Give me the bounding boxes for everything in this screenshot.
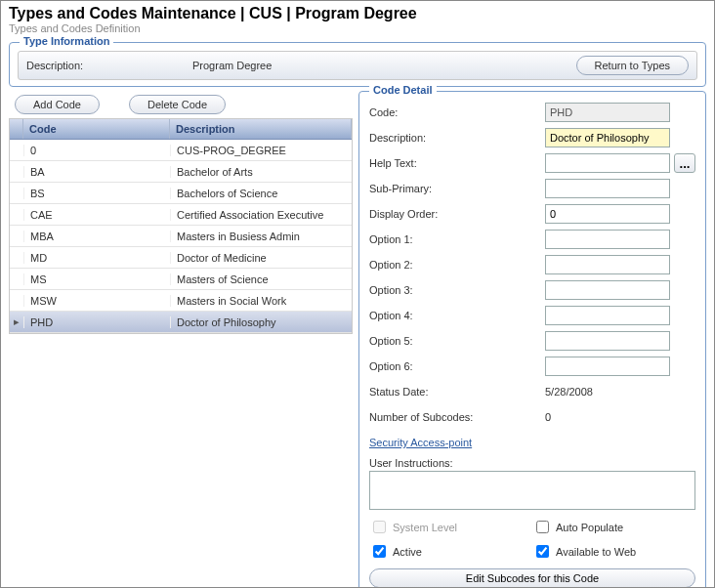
option2-label: Option 2: — [369, 259, 545, 271]
row-code: MS — [23, 273, 170, 285]
grid-header-description[interactable]: Description — [170, 119, 352, 139]
row-description: Doctor of Philosophy — [170, 316, 352, 328]
option3-label: Option 3: — [369, 284, 545, 296]
row-description: Bachelors of Science — [170, 188, 352, 199]
available-to-web-label: Available to Web — [556, 546, 636, 558]
table-row[interactable]: 0CUS-PROG_DEGREE — [10, 140, 352, 161]
option4-field[interactable] — [545, 306, 670, 325]
sub-primary-field[interactable] — [545, 179, 670, 198]
code-field — [545, 103, 670, 122]
system-level-label: System Level — [393, 522, 457, 533]
edit-subcodes-button[interactable]: Edit Subcodes for this Code — [369, 568, 695, 588]
table-row[interactable]: BSBachelors of Science — [10, 183, 352, 204]
row-code: BS — [23, 188, 170, 199]
table-row[interactable]: MSWMasters in Social Work — [10, 290, 352, 312]
help-text-field[interactable] — [545, 153, 670, 173]
description-field[interactable] — [545, 128, 670, 147]
row-description: Masters in Busiess Admin — [170, 231, 352, 242]
active-checkbox[interactable] — [373, 545, 386, 558]
security-access-point-link[interactable]: Security Access-point — [369, 437, 472, 448]
type-information-panel: Type Information Description: Program De… — [9, 42, 706, 87]
row-description: Bachelor of Arts — [170, 166, 352, 178]
code-detail-panel: Code Detail Code: Description: Help Text… — [358, 91, 706, 588]
user-instructions-label: User Instructions: — [369, 457, 695, 469]
row-description: Masters of Science — [170, 273, 352, 285]
status-date-value: 5/28/2008 — [545, 386, 593, 398]
table-row[interactable]: MSMasters of Science — [10, 269, 352, 290]
page-title: Types and Codes Maintenance | CUS | Prog… — [9, 5, 706, 22]
row-code: MSW — [23, 295, 170, 307]
row-code: BA — [23, 166, 170, 178]
table-row[interactable]: MBAMasters in Busiess Admin — [10, 226, 352, 247]
display-order-label: Display Order: — [369, 208, 545, 220]
code-label: Code: — [369, 106, 545, 118]
option5-field[interactable] — [545, 331, 670, 351]
description-label-detail: Description: — [369, 132, 545, 144]
row-code: MBA — [23, 231, 170, 242]
delete-code-button[interactable]: Delete Code — [129, 95, 226, 114]
option4-label: Option 4: — [369, 310, 545, 321]
grid-header-code[interactable]: Code — [23, 119, 170, 139]
system-level-checkbox — [373, 521, 386, 533]
table-row[interactable]: CAECertified Association Executive — [10, 204, 352, 226]
row-indicator-icon: ▸ — [10, 315, 23, 328]
row-description: CUS-PROG_DEGREE — [170, 145, 352, 156]
available-to-web-checkbox[interactable] — [536, 545, 549, 558]
grid-header-arrow — [10, 119, 23, 139]
option1-field[interactable] — [545, 230, 670, 249]
table-row[interactable]: MDDoctor of Medicine — [10, 247, 352, 269]
option2-field[interactable] — [545, 255, 670, 274]
type-info-legend: Type Information — [20, 35, 113, 47]
row-code: MD — [23, 252, 170, 264]
table-row[interactable]: BABachelor of Arts — [10, 161, 352, 183]
num-subcodes-label: Number of Subcodes: — [369, 411, 545, 423]
option6-field[interactable] — [545, 357, 670, 376]
row-description: Masters in Social Work — [170, 295, 352, 307]
return-to-types-button[interactable]: Return to Types — [576, 56, 689, 75]
display-order-field[interactable] — [545, 204, 670, 224]
option3-field[interactable] — [545, 280, 670, 300]
add-code-button[interactable]: Add Code — [15, 95, 100, 114]
help-text-browse-button[interactable]: ... — [674, 153, 695, 173]
status-date-label: Status Date: — [369, 386, 545, 398]
description-label: Description: — [26, 60, 192, 71]
auto-populate-label: Auto Populate — [556, 522, 623, 533]
option6-label: Option 6: — [369, 360, 545, 372]
row-description: Doctor of Medicine — [170, 252, 352, 264]
option1-label: Option 1: — [369, 233, 545, 245]
help-text-label: Help Text: — [369, 157, 545, 169]
num-subcodes-value: 0 — [545, 411, 551, 423]
sub-primary-label: Sub-Primary: — [369, 183, 545, 194]
code-detail-legend: Code Detail — [369, 84, 437, 96]
user-instructions-field[interactable] — [369, 471, 695, 510]
page-subtitle: Types and Codes Definition — [9, 22, 706, 34]
row-description: Certified Association Executive — [170, 209, 352, 221]
auto-populate-checkbox[interactable] — [536, 521, 549, 533]
row-code: PHD — [23, 316, 170, 328]
row-code: CAE — [23, 209, 170, 221]
table-row[interactable]: ▸PHDDoctor of Philosophy — [10, 312, 352, 333]
option5-label: Option 5: — [369, 335, 545, 347]
row-code: 0 — [23, 145, 170, 156]
codes-grid: Code Description 0CUS-PROG_DEGREEBABache… — [9, 118, 353, 334]
active-label: Active — [393, 546, 422, 558]
description-value: Program Degree — [192, 60, 576, 71]
